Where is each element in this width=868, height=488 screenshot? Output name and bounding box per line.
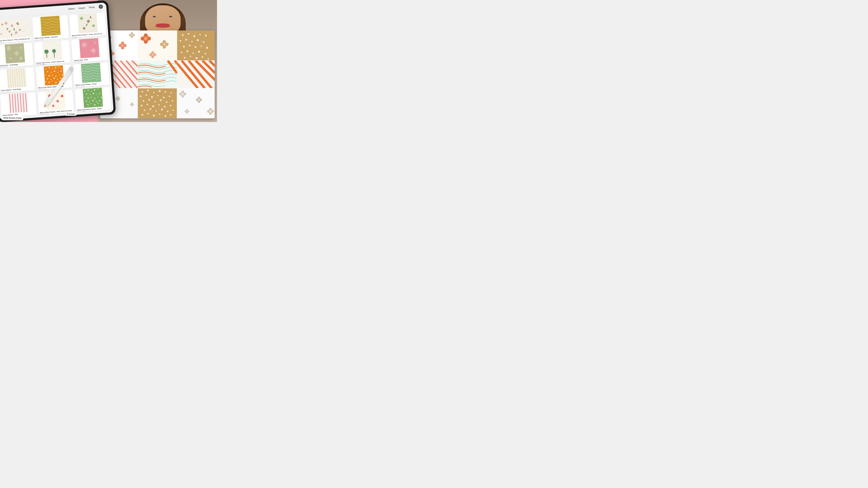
svg-point-329 [164,91,166,93]
svg-point-19 [9,31,10,32]
svg-point-1 [5,23,7,24]
svg-point-4 [5,22,7,23]
import-button[interactable]: Import [78,6,85,9]
swatch-image-6 [71,37,107,59]
svg-point-18 [17,23,18,24]
svg-point-260 [199,34,201,35]
svg-point-327 [153,92,155,93]
swatch-image-1 [0,18,31,39]
color-label-in-cream: in Cream [65,112,77,116]
svg-point-353 [167,110,168,112]
svg-point-332 [146,95,147,96]
svg-point-385 [186,110,188,112]
svg-point-268 [189,44,191,46]
swatch-card-4[interactable]: Chunky Sun - Cold Beige 7200 × 7200px [0,42,33,68]
add-button[interactable]: + [98,4,103,9]
svg-point-2 [5,23,6,24]
svg-point-339 [154,101,156,102]
svg-point-10 [11,24,12,26]
swatch-image-4 [0,42,33,64]
svg-point-336 [169,96,170,97]
svg-rect-122 [6,68,27,88]
svg-point-26 [15,32,16,33]
svg-rect-184 [83,88,103,108]
svg-point-23 [9,32,10,33]
svg-point-28 [16,31,17,32]
svg-point-11 [11,26,13,27]
swatch-card-2[interactable]: Waves Lines Stripes - Mustard 7200 × 720… [32,15,69,40]
svg-point-265 [197,39,199,41]
svg-point-20 [8,31,9,32]
svg-point-358 [159,113,160,115]
svg-rect-156 [8,93,29,113]
svg-point-8 [10,25,12,26]
pattern-grid: Messy Ditsy Flowers - Pink, Cold Brown O… [0,10,114,120]
svg-point-328 [159,90,161,92]
svg-point-277 [184,57,185,59]
svg-point-367 [182,93,184,95]
swatch-image-5 [34,40,70,61]
svg-rect-0 [3,19,23,39]
swatch-card-9[interactable]: Waves Lines Stripes - Green 7200 × 7200p… [73,62,110,87]
svg-point-337 [143,100,144,102]
svg-point-15 [18,23,19,24]
svg-rect-237 [138,30,177,61]
swatch-card-1[interactable]: Messy Ditsy Flowers - Pink, Cold Brown O… [0,18,32,43]
svg-point-346 [158,104,160,106]
svg-point-273 [187,50,188,52]
svg-point-232 [129,34,131,36]
svg-point-326 [147,90,149,92]
svg-point-249 [163,43,166,46]
svg-point-351 [155,110,157,111]
svg-point-272 [181,52,183,53]
svg-point-334 [157,95,159,96]
svg-point-266 [203,41,205,43]
svg-point-236 [131,34,133,36]
svg-point-235 [131,36,133,38]
svg-point-37 [6,28,8,30]
swatch-image-3 [69,12,106,34]
svg-point-6 [5,23,7,24]
svg-point-31 [19,29,21,31]
svg-point-12 [11,25,12,26]
svg-point-233 [133,34,135,36]
svg-point-311 [117,98,119,100]
swatch-card-3[interactable]: Messy Ditsy Flowers - Green, Brown On Cr… [69,12,106,38]
svg-point-340 [160,99,162,101]
svg-point-379 [209,110,212,113]
svg-point-234 [131,32,133,34]
svg-point-278 [190,56,191,57]
swatch-card-6[interactable]: Chunky Sun - Pink 7200 × 7200px [71,37,108,63]
swatch-card-5[interactable]: Sunny Palm Trees - Green, Brown On Cream… [34,40,71,65]
svg-point-13 [17,23,19,24]
svg-rect-68 [5,43,25,63]
svg-point-355 [141,114,143,116]
photo-background [98,0,217,122]
svg-point-281 [208,58,209,59]
swatch-image-7 [0,67,35,89]
swatch-card-7[interactable]: Sunny Stripes - Cold Beige 7200 × 7200px [0,67,35,92]
tablet-device: Select Import Photo + [0,0,116,122]
svg-point-325 [142,91,143,93]
swatch-image-10 [0,92,37,113]
svg-point-39 [11,33,12,36]
svg-point-258 [188,33,189,35]
swatch-image-12 [75,87,111,108]
svg-point-330 [170,92,172,94]
svg-point-35 [20,30,21,31]
svg-point-280 [202,56,203,58]
select-button[interactable]: Select [68,7,75,10]
svg-point-360 [170,114,172,116]
svg-point-317 [131,104,133,105]
svg-point-32 [19,29,20,30]
svg-point-22 [9,30,10,32]
svg-point-7 [11,25,13,27]
swatch-card-12[interactable]: Messy Dots Marks Spots - Green 7200 × 72… [75,87,112,112]
swatch-card-10[interactable]: Sunny Stripes - Pink 7200 × 7200px [0,92,37,117]
svg-point-9 [12,25,13,26]
svg-point-25 [16,32,17,33]
svg-point-21 [10,31,11,32]
svg-point-3 [6,23,7,24]
svg-point-264 [191,41,193,42]
photo-button[interactable]: Photo [89,6,95,9]
